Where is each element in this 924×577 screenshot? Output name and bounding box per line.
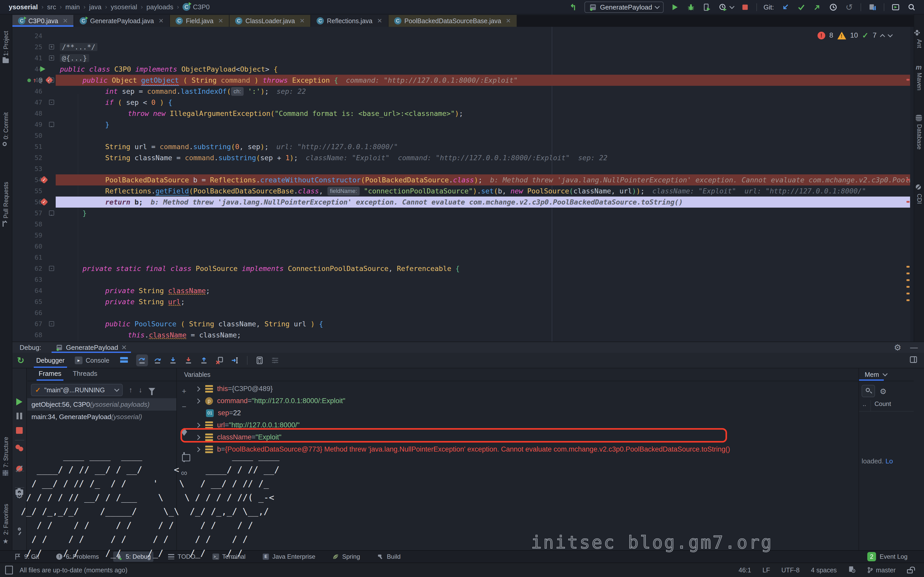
expand-chevron-icon[interactable] <box>195 387 200 392</box>
chevron-down-icon[interactable] <box>882 371 888 376</box>
code-line-60[interactable]: 60 <box>12 241 910 252</box>
move-down-button[interactable] <box>181 436 187 445</box>
variable-row-classname[interactable]: className = "Exploit" <box>192 431 858 443</box>
evaluate-expression-button[interactable] <box>254 355 265 366</box>
inspection-profile-icon[interactable] <box>848 566 855 574</box>
drop-frame-button[interactable] <box>213 355 225 366</box>
pin-icon[interactable] <box>18 527 21 530</box>
gear-icon[interactable]: ⚙ <box>894 343 901 352</box>
rerun-icon[interactable]: ↻ <box>17 355 24 366</box>
stripe-item-7-structure[interactable]: 7: Structure <box>0 437 12 477</box>
restore-layout-icon[interactable] <box>909 356 917 365</box>
tab-field-java[interactable]: CField.java✕ <box>170 15 229 27</box>
code-line-53[interactable]: 53 <box>12 163 910 174</box>
error-stripe[interactable] <box>906 27 910 342</box>
settings-sliders-icon[interactable] <box>269 355 281 366</box>
prev-issue-icon[interactable] <box>880 34 885 39</box>
fold-marker[interactable]: ‸ <box>49 210 54 216</box>
event-log-button[interactable]: Event Log <box>880 553 908 560</box>
indent-style[interactable]: 4 spaces <box>811 566 837 574</box>
stripe-item-database[interactable]: Database <box>914 115 924 150</box>
expand-chevron-icon[interactable] <box>195 435 200 440</box>
breakpoint-icon[interactable]: ✓ <box>40 176 48 184</box>
tool-window-button-java-enterprise[interactable]: EJava Enterprise <box>260 551 318 562</box>
breadcrumb-item-src[interactable]: src <box>47 3 56 11</box>
breadcrumb-item-ysoserial[interactable]: ysoserial <box>111 3 137 11</box>
memory-col-class[interactable]: .. <box>859 400 871 411</box>
fold-marker[interactable]: - <box>49 77 54 83</box>
git-commit-button[interactable] <box>796 3 806 12</box>
tab-poolbackeddatasourcebase-java[interactable]: CPoolBackedDataSourceBase.java✕ <box>389 15 517 27</box>
build-arrow-icon[interactable]: ↰ <box>569 3 578 12</box>
rollback-icon[interactable]: ↺ <box>845 3 854 12</box>
run-icon[interactable] <box>40 66 45 72</box>
fold-marker[interactable]: - <box>49 266 54 271</box>
code-line-49[interactable]: 49‸} <box>12 119 910 130</box>
tool-window-button-terminal[interactable]: >_Terminal <box>210 551 248 562</box>
pause-button[interactable] <box>16 413 22 419</box>
code-line-68[interactable]: 68this.className = className; <box>12 329 910 340</box>
code-line-66[interactable]: 66 <box>12 307 910 318</box>
code-line-45[interactable]: 45↑@✓-public Object getObject ( String c… <box>12 75 910 86</box>
code-line-52[interactable]: 52String className = command.substring(s… <box>12 152 910 163</box>
code-line-63[interactable]: 63 <box>12 274 910 285</box>
run-button[interactable] <box>670 3 680 12</box>
move-up-button[interactable] <box>181 419 187 428</box>
breadcrumb-item-main[interactable]: main <box>65 3 80 11</box>
tool-window-button-todo[interactable]: TODO <box>165 551 198 562</box>
profiler-dropdown-icon[interactable] <box>729 4 735 9</box>
expand-chevron-icon[interactable] <box>195 423 200 428</box>
gear-icon[interactable]: ⚙ <box>16 490 23 500</box>
code-line-57[interactable]: 57‸} <box>12 208 910 219</box>
variable-row-this[interactable]: this = {C3P0@489} <box>192 383 858 395</box>
git-push-button[interactable] <box>813 3 822 12</box>
variable-row-url[interactable]: url = "http://127.0.0.1:8000/" <box>192 419 858 431</box>
tab-classloader-java[interactable]: CClassLoader.java✕ <box>229 15 311 27</box>
memory-search-button[interactable] <box>862 385 875 397</box>
code-line-54[interactable]: 54✓PoolBackedDataSource b = Reflections.… <box>12 174 910 185</box>
tool-window-button-5-debug[interactable]: 5: Debug <box>113 551 153 562</box>
close-icon[interactable]: ✕ <box>63 17 68 24</box>
stripe-item-2-favorites[interactable]: 2: Favorites★ <box>0 504 12 544</box>
filter-icon[interactable] <box>149 388 155 392</box>
duplicate-icon[interactable] <box>183 453 185 462</box>
line-separator[interactable]: LF <box>762 566 770 574</box>
fold-marker[interactable]: + <box>49 55 54 61</box>
file-encoding[interactable]: UTF-8 <box>782 566 800 574</box>
run-config-selector[interactable]: GeneratePayload <box>585 2 663 13</box>
frame-row-0[interactable]: getObject:56, C3P0 (ysoserial.payloads) <box>27 398 176 411</box>
code-line-55[interactable]: 55Reflections.getField(PoolBackedDataSou… <box>12 185 910 197</box>
fold-marker[interactable]: - <box>49 100 54 105</box>
stripe-item-1-project[interactable]: 1: Project <box>0 31 12 65</box>
resume-button[interactable] <box>16 398 23 405</box>
close-icon[interactable]: ✕ <box>218 17 223 24</box>
profiler-button[interactable] <box>718 3 727 12</box>
code-line-59[interactable]: 59 <box>12 230 910 241</box>
force-step-into-button[interactable] <box>183 355 194 366</box>
step-out-button[interactable] <box>198 355 210 366</box>
close-icon[interactable]: ✕ <box>506 17 511 24</box>
stripe-item-cdi[interactable]: CDI <box>914 184 924 204</box>
tab-console[interactable]: ▸ Console <box>69 353 115 368</box>
run-to-cursor-button[interactable] <box>229 355 241 366</box>
code-line-24[interactable]: 24 <box>12 31 910 42</box>
close-icon[interactable]: ✕ <box>121 343 127 351</box>
stripe-item-0-commit[interactable]: 0: Commit <box>0 112 12 148</box>
git-branch-widget[interactable]: master <box>867 566 896 574</box>
thread-selector[interactable]: ✓ "main"@...RUNNING <box>31 384 123 396</box>
close-icon[interactable]: ✕ <box>300 17 305 24</box>
code-line-25[interactable]: 25+/**...*/ <box>12 42 910 53</box>
next-issue-icon[interactable] <box>888 32 893 37</box>
memory-footer-link[interactable]: Lo <box>885 457 893 465</box>
code-line-47[interactable]: 47-if ( sep < 0 ) { <box>12 97 910 108</box>
breakpoint-icon[interactable]: ✓ <box>40 198 48 206</box>
fold-marker[interactable]: - <box>49 321 54 326</box>
stripe-item-ant[interactable]: Ant <box>914 30 924 48</box>
tool-window-button-spring[interactable]: Spring <box>330 551 362 562</box>
caret-position[interactable]: 46:1 <box>739 566 751 574</box>
code-line-50[interactable]: 50 <box>12 130 910 141</box>
run-anything-button[interactable] <box>891 3 900 12</box>
add-watch-button[interactable]: + <box>182 387 186 396</box>
project-structure-icon[interactable] <box>868 3 877 12</box>
expand-chevron-icon[interactable] <box>195 447 200 452</box>
